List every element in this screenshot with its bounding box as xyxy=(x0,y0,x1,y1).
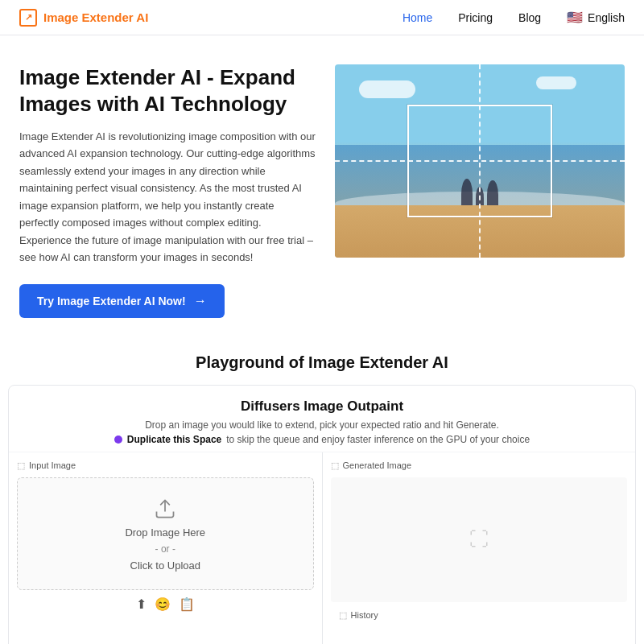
upload-icon xyxy=(152,496,178,522)
playground-title: Playground of Image Extender AI xyxy=(0,353,644,385)
history-section: ⬚ History xyxy=(331,602,628,645)
generated-placeholder-icon: ⛶ xyxy=(469,528,489,551)
duplicate-link[interactable]: Duplicate this Space xyxy=(127,434,221,445)
input-label-row: ⬚ Input Image xyxy=(17,460,314,471)
generated-label-row: ⬚ Generated Image xyxy=(331,460,628,471)
cloud-2 xyxy=(536,76,576,89)
nav-links: Home Pricing Blog xyxy=(402,11,541,24)
beach-background xyxy=(335,64,625,258)
cta-arrow-icon: → xyxy=(194,294,207,308)
upload-area[interactable]: Drop Image Here - or - Click to Upload xyxy=(17,477,314,590)
card-description: Drop an image you would like to extend, … xyxy=(22,419,622,431)
nav-blog[interactable]: Blog xyxy=(518,11,541,24)
nav-home[interactable]: Home xyxy=(402,11,432,24)
hero-image xyxy=(335,64,625,258)
logo-text: Image Extender AI xyxy=(43,10,148,24)
card-header: Diffusers Image Outpaint Drop an image y… xyxy=(9,386,635,452)
history-label-text: History xyxy=(351,610,378,620)
input-column: ⬚ Input Image Drop Image Here - or - Cli… xyxy=(9,452,323,645)
generated-column: ⬚ Generated Image ⛶ ⬚ History xyxy=(323,452,636,645)
language-selector[interactable]: 🇺🇸 English xyxy=(567,10,625,25)
upload-drop-text: Drop Image Here xyxy=(125,526,205,539)
emoji-tool-icon[interactable]: 😊 xyxy=(155,597,171,612)
logo[interactable]: Image Extender AI xyxy=(19,9,148,27)
cta-label: Try Image Extender AI Now! xyxy=(37,295,186,308)
duplicate-dot-icon xyxy=(114,436,122,444)
history-label-row: ⬚ History xyxy=(339,610,620,621)
logo-icon xyxy=(19,9,37,27)
hero-description: Image Extender AI is revolutionizing ima… xyxy=(19,128,316,266)
input-label-text: Input Image xyxy=(29,460,76,470)
history-label-icon: ⬚ xyxy=(339,610,347,621)
upload-click-text: Click to Upload xyxy=(130,559,200,572)
nav-pricing[interactable]: Pricing xyxy=(458,11,493,24)
inner-frame-box xyxy=(407,105,552,217)
generated-label-icon: ⬚ xyxy=(331,460,339,471)
generated-label-text: Generated Image xyxy=(343,460,412,470)
language-label: English xyxy=(588,11,625,24)
playground-section: Playground of Image Extender AI Diffuser… xyxy=(0,337,644,645)
cloud-1 xyxy=(359,80,415,98)
history-empty-area xyxy=(339,625,620,645)
hero-title: Image Extender AI - Expand Images with A… xyxy=(19,64,316,117)
navigation: Image Extender AI Home Pricing Blog 🇺🇸 E… xyxy=(0,0,644,35)
upload-tool-icon[interactable]: ⬆ xyxy=(136,597,147,612)
playground-card: Diffusers Image Outpaint Drop an image y… xyxy=(8,385,636,645)
card-title: Diffusers Image Outpaint xyxy=(22,398,622,415)
duplicate-suffix: to skip the queue and enjoy faster infer… xyxy=(226,434,530,445)
flag-icon: 🇺🇸 xyxy=(567,10,583,25)
card-duplicate-row: Duplicate this Space to skip the queue a… xyxy=(22,434,622,445)
hero-section: Image Extender AI - Expand Images with A… xyxy=(0,35,644,337)
upload-tools: ⬆ 😊 📋 xyxy=(17,590,314,615)
copy-tool-icon[interactable]: 📋 xyxy=(179,597,195,612)
generated-image-placeholder: ⛶ xyxy=(331,477,628,602)
cta-button[interactable]: Try Image Extender AI Now! → xyxy=(19,284,225,318)
upload-or-text: - or - xyxy=(155,543,175,555)
input-label-icon: ⬚ xyxy=(17,460,25,471)
card-columns: ⬚ Input Image Drop Image Here - or - Cli… xyxy=(9,452,635,645)
hero-text: Image Extender AI - Expand Images with A… xyxy=(19,64,316,318)
